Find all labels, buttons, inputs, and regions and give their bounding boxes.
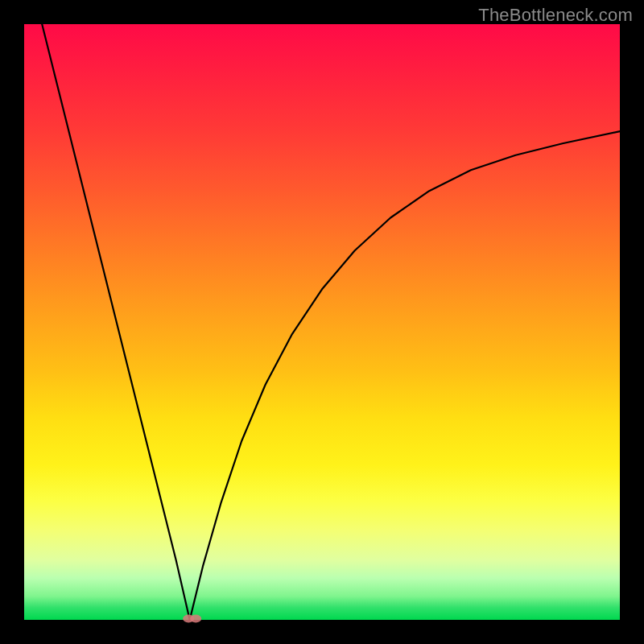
bottleneck-curve-left	[42, 24, 190, 620]
min-marker	[183, 615, 201, 623]
chart-svg	[24, 24, 620, 620]
bottleneck-curve-right	[190, 131, 620, 620]
watermark-text: TheBottleneck.com	[478, 5, 633, 26]
chart-frame: TheBottleneck.com	[0, 0, 644, 644]
curve-group	[42, 24, 620, 623]
svg-point-1	[190, 615, 201, 623]
plot-area	[24, 24, 620, 620]
